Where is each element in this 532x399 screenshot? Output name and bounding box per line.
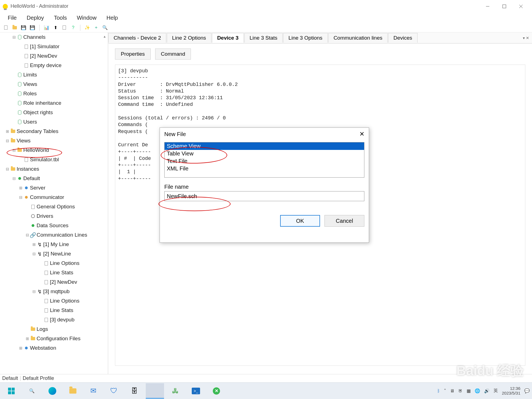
tab-line3-stats[interactable]: Line 3 Stats: [244, 33, 283, 43]
tray-shield-icon[interactable]: ⛨: [458, 388, 463, 393]
tab-line3-options[interactable]: Line 3 Options: [283, 33, 328, 43]
chart-icon[interactable]: 📊: [44, 25, 50, 31]
status-left: Default: [2, 375, 18, 381]
bluetooth-icon[interactable]: ᛒ: [437, 388, 440, 393]
tab-devices[interactable]: Devices: [388, 33, 418, 43]
tree-logs[interactable]: Logs: [25, 325, 108, 333]
taskbar-security[interactable]: 🛡: [105, 383, 123, 399]
tree-line-3[interactable]: ⊟↯[3] mqttpub: [32, 287, 108, 296]
tree-line-3-stats[interactable]: Line Stats: [39, 306, 108, 314]
tree-secondary-tables[interactable]: ⊞Secondary Tables: [6, 127, 108, 135]
tray-volume-icon[interactable]: 🔊: [484, 388, 490, 393]
page-icon[interactable]: [61, 25, 67, 31]
tray-chevron-icon[interactable]: ˄: [444, 388, 446, 393]
ime-indicator[interactable]: 英: [493, 388, 498, 394]
tray-vm-icon[interactable]: ▦: [467, 388, 471, 393]
tab-device3[interactable]: Device 3: [212, 33, 244, 43]
tree-line-2-options[interactable]: Line Options: [39, 259, 108, 267]
tree-limits[interactable]: Limits: [12, 71, 108, 79]
tree-data-sources[interactable]: Data Sources: [25, 221, 108, 230]
tree-line-3-dev[interactable]: [3] devpub: [39, 316, 108, 324]
option-xml-file[interactable]: XML File: [165, 165, 364, 172]
new-icon[interactable]: [3, 25, 9, 31]
option-table-view[interactable]: Table View: [165, 150, 364, 157]
search-icon[interactable]: 🔍: [102, 25, 108, 31]
toolbar: 💾 💾 📊 ⬆ ? ✨ ＋ 🔍: [0, 23, 532, 32]
tab-line2-options[interactable]: Line 2 Options: [167, 33, 211, 43]
save-icon[interactable]: 💾: [21, 25, 27, 31]
tree-line-2[interactable]: ⊟↯[2] NewLine: [32, 250, 108, 258]
search-button[interactable]: 🔍: [23, 383, 41, 399]
dialog-close-icon[interactable]: ✕: [359, 131, 364, 138]
tree-users[interactable]: Users: [12, 118, 108, 126]
taskbar-vscode[interactable]: ✕: [207, 383, 226, 399]
cancel-button[interactable]: Cancel: [324, 215, 364, 227]
menu-window[interactable]: Window: [72, 14, 101, 22]
maximize-button[interactable]: [496, 1, 513, 12]
tree-line-1[interactable]: ⊞↯[1] My Line: [32, 240, 108, 249]
properties-button[interactable]: Properties: [115, 48, 151, 60]
tree-views[interactable]: ⊟Views: [6, 137, 108, 145]
tree-comm-lines[interactable]: ⊟🔗Communication Lines: [25, 231, 108, 239]
close-button[interactable]: [513, 1, 529, 12]
tray-monitor-icon[interactable]: 🖥: [450, 388, 454, 393]
tree-server[interactable]: ⊞Server: [19, 184, 108, 192]
menu-help[interactable]: Help: [101, 14, 123, 22]
file-type-listbox[interactable]: Scheme View Table View Text File XML Fil…: [164, 142, 364, 178]
wizard-icon[interactable]: ✨: [84, 25, 90, 31]
tree-views-node[interactable]: Views: [12, 80, 108, 88]
taskbar-clock[interactable]: 12:36 2023/5/31: [502, 386, 520, 395]
tree-config-files[interactable]: ⊞Configuration Files: [25, 334, 108, 343]
start-button[interactable]: [2, 383, 21, 399]
minimize-button[interactable]: [479, 1, 496, 12]
tree-line-3-options[interactable]: Line Options: [39, 297, 108, 305]
tree-line-2-dev[interactable]: [2] NewDev: [39, 278, 108, 286]
tree-default[interactable]: ⊟Default: [12, 174, 108, 183]
taskbar-mail[interactable]: ✉: [84, 383, 103, 399]
tree-channel-empty[interactable]: Empty device: [19, 61, 108, 70]
tree-drivers[interactable]: Drivers: [25, 212, 108, 220]
save-all-icon[interactable]: 💾: [29, 25, 35, 31]
taskbar-edge[interactable]: [43, 383, 62, 399]
tree-simulator-tbl[interactable]: Simulator.tbl: [19, 155, 108, 164]
add-icon[interactable]: ＋: [93, 25, 99, 31]
option-scheme-view[interactable]: Scheme View: [165, 142, 364, 150]
taskbar-server[interactable]: 🗄: [125, 383, 144, 399]
tree-communicator[interactable]: ⊟Communicator: [19, 193, 108, 201]
tree-scroll-up[interactable]: [101, 34, 108, 41]
help-icon[interactable]: ?: [70, 25, 76, 31]
option-text-file[interactable]: Text File: [165, 157, 364, 165]
tree-instances[interactable]: ⊟Instances: [6, 165, 108, 173]
tree-role-inheritance[interactable]: Role inheritance: [12, 99, 108, 107]
menu-tools[interactable]: Tools: [49, 14, 72, 22]
tree-line-2-stats[interactable]: Line Stats: [39, 268, 108, 277]
menu-file[interactable]: File: [3, 14, 22, 22]
project-tree[interactable]: ⊟Channels [1] Simulator [2] NewDev Empty…: [0, 32, 108, 374]
tree-object-rights[interactable]: Object rights: [12, 108, 108, 117]
tab-channels-device2[interactable]: Channels - Device 2: [108, 33, 166, 43]
title-bar: HelloWorld - Administrator: [0, 0, 532, 12]
notifications-icon[interactable]: 💬: [524, 388, 530, 393]
taskbar-network[interactable]: 🖧: [166, 383, 185, 399]
tree-webstation[interactable]: ⊞Webstation: [19, 344, 108, 352]
upload-icon[interactable]: ⬆: [52, 25, 58, 31]
tab-overflow-icon[interactable]: ▾ ✕: [520, 36, 532, 40]
tree-channel-1[interactable]: [1] Simulator: [19, 42, 108, 51]
tab-comm-lines[interactable]: Communication lines: [328, 33, 388, 43]
file-name-input[interactable]: [164, 191, 364, 201]
ok-button[interactable]: OK: [280, 215, 320, 227]
taskbar-explorer[interactable]: [64, 383, 82, 399]
open-icon[interactable]: [12, 25, 18, 31]
tree-channels[interactable]: ⊟Channels: [12, 33, 108, 41]
tree-roles[interactable]: Roles: [12, 89, 108, 98]
tree-helloworld[interactable]: ⊟HelloWorld: [12, 146, 108, 154]
taskbar-powershell[interactable]: >_: [187, 383, 205, 399]
command-button[interactable]: Command: [155, 48, 191, 60]
system-tray: ᛒ ˄ 🖥 ⛨ ▦ 🌐 🔊 英 12:36 2023/5/31 💬: [437, 386, 530, 395]
tray-network-icon[interactable]: 🌐: [475, 388, 480, 393]
menu-deploy[interactable]: Deploy: [22, 14, 49, 22]
taskbar-app-current[interactable]: [146, 383, 164, 399]
app-bulb-icon: [3, 4, 8, 9]
tree-channel-2[interactable]: [2] NewDev: [19, 52, 108, 60]
tree-general-options[interactable]: General Options: [25, 203, 108, 211]
